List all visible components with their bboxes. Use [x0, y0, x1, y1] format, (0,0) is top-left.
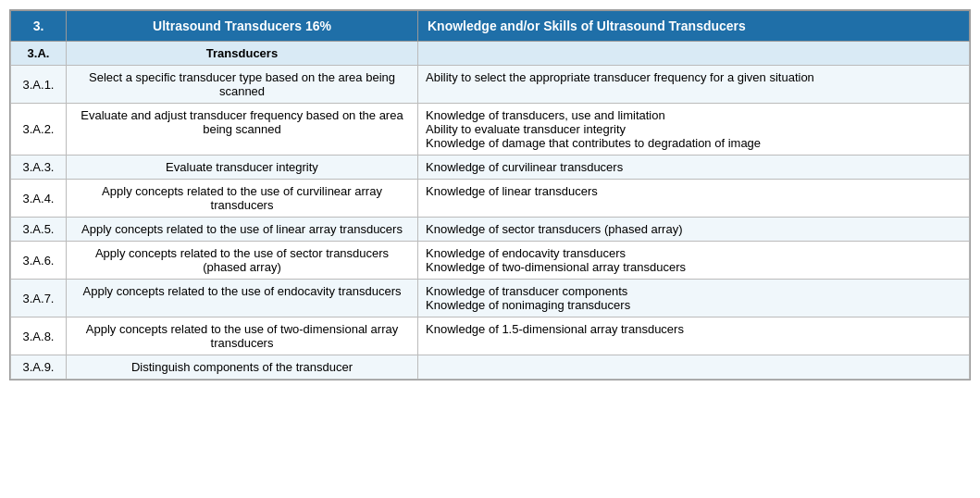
table-row: 3.A.2.Evaluate and adjust transducer fre… [11, 104, 970, 156]
main-table-wrapper: 3. Ultrasound Transducers 16% Knowledge … [9, 9, 971, 380]
row-num: 3.A.1. [11, 66, 67, 104]
knowledge-item: Knowledge of two-dimensional array trans… [426, 260, 686, 274]
knowledge-item: Knowledge of linear transducers [426, 184, 598, 198]
table-row: 3.A.4.Apply concepts related to the use … [11, 180, 970, 218]
row-num: 3.A.9. [11, 355, 67, 380]
row-knowledge: Knowledge of transducer componentsKnowle… [418, 280, 970, 317]
row-topic: Apply concepts related to the use of two… [67, 317, 418, 355]
row-num: 3.A.5. [11, 218, 67, 242]
row-knowledge [418, 355, 970, 380]
table-row: 3.A.5.Apply concepts related to the use … [11, 218, 970, 242]
table-row: 3.A.8.Apply concepts related to the use … [11, 317, 970, 355]
row-knowledge: Knowledge of 1.5-dimensional array trans… [418, 317, 970, 355]
table-body: 3.A. Transducers 3.A.1.Select a specific… [11, 42, 970, 380]
header-row: 3. Ultrasound Transducers 16% Knowledge … [11, 11, 970, 42]
header-col-topic: Ultrasound Transducers 16% [67, 11, 418, 42]
row-topic: Apply concepts related to the use of cur… [67, 180, 418, 218]
row-topic: Distinguish components of the transducer [67, 355, 418, 380]
row-knowledge: Knowledge of sector transducers (phased … [418, 218, 970, 242]
knowledge-item: Knowledge of sector transducers (phased … [426, 222, 682, 236]
knowledge-item: Knowledge of damage that contributes to … [426, 136, 761, 150]
row-topic: Evaluate and adjust transducer frequency… [67, 104, 418, 156]
row-knowledge: Knowledge of linear transducers [418, 180, 970, 218]
section-header-row: 3.A. Transducers [11, 42, 970, 66]
table-row: 3.A.9.Distinguish components of the tran… [11, 355, 970, 380]
row-num: 3.A.7. [11, 280, 67, 317]
header-col-knowledge: Knowledge and/or Skills of Ultrasound Tr… [418, 11, 970, 42]
knowledge-item: Knowledge of transducer components [426, 284, 627, 298]
knowledge-item: Knowledge of 1.5-dimensional array trans… [426, 322, 684, 336]
row-topic: Evaluate transducer integrity [67, 156, 418, 180]
row-topic: Select a specific transducer type based … [67, 66, 418, 104]
row-knowledge: Knowledge of endocavity transducersKnowl… [418, 242, 970, 280]
row-num: 3.A.6. [11, 242, 67, 280]
row-knowledge: Knowledge of transducers, use and limita… [418, 104, 970, 156]
row-num: 3.A.3. [11, 156, 67, 180]
row-knowledge: Knowledge of curvilinear transducers [418, 156, 970, 180]
knowledge-item: Ability to evaluate transducer integrity [426, 122, 626, 136]
row-num: 3.A.8. [11, 317, 67, 355]
table-row: 3.A.3.Evaluate transducer integrityKnowl… [11, 156, 970, 180]
row-knowledge: Ability to select the appropriate transd… [418, 66, 970, 104]
header-col-num: 3. [11, 11, 67, 42]
knowledge-item: Knowledge of nonimaging transducers [426, 298, 630, 312]
row-topic: Apply concepts related to the use of lin… [67, 218, 418, 242]
row-num: 3.A.2. [11, 104, 67, 156]
knowledge-item: Knowledge of curvilinear transducers [426, 160, 623, 174]
section-header-label: Transducers [67, 42, 418, 66]
table-row: 3.A.6.Apply concepts related to the use … [11, 242, 970, 280]
section-header-knowledge [418, 42, 970, 66]
row-num: 3.A.4. [11, 180, 67, 218]
table-row: 3.A.1.Select a specific transducer type … [11, 66, 970, 104]
row-topic: Apply concepts related to the use of end… [67, 280, 418, 317]
table-row: 3.A.7.Apply concepts related to the use … [11, 280, 970, 317]
row-topic: Apply concepts related to the use of sec… [67, 242, 418, 280]
knowledge-item: Knowledge of endocavity transducers [426, 246, 626, 260]
section-header-num: 3.A. [11, 42, 67, 66]
curriculum-table: 3. Ultrasound Transducers 16% Knowledge … [10, 10, 970, 380]
knowledge-item: Knowledge of transducers, use and limita… [426, 108, 665, 122]
knowledge-item: Ability to select the appropriate transd… [426, 70, 814, 84]
